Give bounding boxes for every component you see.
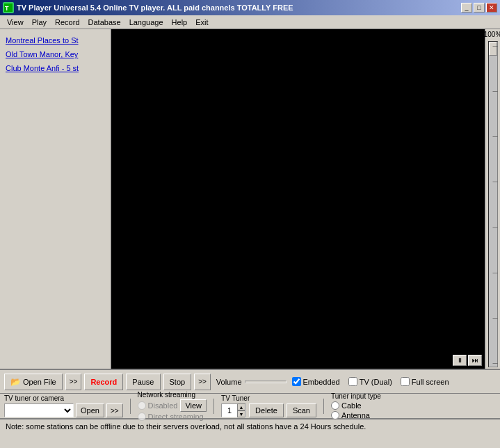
menu-exit[interactable]: Exit <box>191 17 212 28</box>
open-file-button[interactable]: 📂 Open File <box>4 374 63 390</box>
antenna-option[interactable]: Antenna <box>331 411 381 419</box>
tv-tuner-label: TV Tuner <box>221 394 316 402</box>
direct-streaming-option[interactable]: Direct streaming <box>138 413 204 421</box>
fullscreen-label: Full screen <box>412 378 449 386</box>
volume-slider[interactable]: — — — — — — — — <box>488 41 498 367</box>
menu-bar: View Play Record Database Language Help … <box>0 15 500 29</box>
video-screen: ⏸ ⏭ <box>111 29 485 369</box>
disabled-option[interactable]: Disabled <box>138 401 178 410</box>
embedded-checkbox[interactable] <box>292 377 301 386</box>
channel-item-2[interactable]: Old Town Manor, Key <box>3 49 108 60</box>
volume-slider-bar[interactable] <box>245 381 287 383</box>
folder-icon: 📂 <box>10 377 21 387</box>
volume-panel: 100% — — — — — — — — <box>485 29 500 369</box>
record-button[interactable]: Record <box>84 374 123 390</box>
embedded-option[interactable]: Embedded <box>292 377 340 386</box>
device-bar: TV tuner or camera Open >> Network strea… <box>0 394 500 419</box>
streaming-section: Network streaming Disabled View Direct s… <box>138 391 207 421</box>
channel-item-1[interactable]: Montreal Places to St <box>3 35 108 46</box>
app-icon: T <box>3 2 14 13</box>
status-bar: Note: some stations can be offline due t… <box>0 419 500 433</box>
menu-record[interactable]: Record <box>51 17 83 28</box>
menu-language[interactable]: Language <box>125 17 168 28</box>
embedded-label: Embedded <box>303 378 340 386</box>
stop-button[interactable]: Stop <box>163 374 192 390</box>
direct-streaming-radio <box>138 413 146 421</box>
status-text: Note: some stations can be offline due t… <box>6 422 366 431</box>
disabled-radio <box>138 401 146 410</box>
svg-text:T: T <box>5 5 9 12</box>
open-file-label: Open File <box>23 378 56 386</box>
fullscreen-checkbox[interactable] <box>401 377 410 386</box>
tuner-select[interactable] <box>4 403 74 417</box>
tv-tuner-section: TV Tuner 1 ▲ ▼ Delete Scan <box>221 394 316 417</box>
cable-radio[interactable] <box>331 401 339 410</box>
tuner-input-label: Tuner input type <box>331 392 381 400</box>
fullscreen-option[interactable]: Full screen <box>401 377 449 386</box>
channel-list: Montreal Places to St Old Town Manor, Ke… <box>0 29 111 369</box>
tuner-section: TV tuner or camera Open >> <box>4 394 123 417</box>
channel-value: 1 <box>222 406 237 415</box>
tuner-label: TV tuner or camera <box>4 394 123 402</box>
divider-3 <box>323 399 324 414</box>
channel-spinner[interactable]: 1 ▲ ▼ <box>221 403 246 417</box>
spinner-buttons: ▲ ▼ <box>237 403 245 417</box>
spinner-up[interactable]: ▲ <box>237 403 245 410</box>
title-bar: T TV Player Universal 5.4 Online TV play… <box>0 0 500 15</box>
vcr-pause-button[interactable]: ⏸ <box>453 355 467 366</box>
antenna-label: Antenna <box>341 411 370 419</box>
window-controls: _ □ ✕ <box>461 3 497 13</box>
direct-streaming-label: Direct streaming <box>148 413 204 421</box>
menu-view[interactable]: View <box>3 17 28 28</box>
transport-bar: 📂 Open File >> Record Pause Stop >> Volu… <box>0 369 500 394</box>
tuner-input-options: Cable Antenna <box>331 401 381 419</box>
scan-button[interactable]: Scan <box>287 403 316 417</box>
vcr-skip-button[interactable]: ⏭ <box>468 355 482 366</box>
volume-label-text: Volume <box>216 378 242 386</box>
network-label: Network streaming <box>138 391 195 399</box>
menu-help[interactable]: Help <box>168 17 192 28</box>
menu-database[interactable]: Database <box>84 17 125 28</box>
view-button[interactable]: View <box>180 399 207 412</box>
maximize-button[interactable]: □ <box>474 3 485 13</box>
tv-dual-option[interactable]: TV (Dual) <box>348 377 392 386</box>
pause-button[interactable]: Pause <box>126 374 160 390</box>
skip-back-button[interactable]: >> <box>65 374 82 390</box>
display-options: Embedded TV (Dual) Full screen <box>292 377 449 386</box>
open-button[interactable]: Open <box>76 403 104 417</box>
close-button[interactable]: ✕ <box>486 3 497 13</box>
divider-1 <box>130 399 131 414</box>
volume-percentage: 100% <box>484 31 500 38</box>
tv-dual-checkbox[interactable] <box>348 377 357 386</box>
skip-fwd-button[interactable]: >> <box>194 374 211 390</box>
spinner-down[interactable]: ▼ <box>237 410 245 417</box>
disabled-label: Disabled <box>148 401 178 410</box>
antenna-radio[interactable] <box>331 411 339 419</box>
volume-control: Volume <box>216 378 287 386</box>
tuner-input-section: Tuner input type Cable Antenna <box>331 392 381 419</box>
skip-button[interactable]: >> <box>106 403 123 417</box>
delete-button[interactable]: Delete <box>249 403 284 417</box>
main-area: Montreal Places to St Old Town Manor, Ke… <box>0 29 500 369</box>
channel-item-3[interactable]: Club Monte Anfi - 5 st <box>3 63 108 74</box>
menu-play[interactable]: Play <box>28 17 51 28</box>
tv-dual-label: TV (Dual) <box>360 378 392 386</box>
app-title: TV Player Universal 5.4 Online TV player… <box>17 3 461 12</box>
video-output <box>111 29 485 369</box>
vcr-controls: ⏸ ⏭ <box>453 355 482 366</box>
cable-option[interactable]: Cable <box>331 401 381 410</box>
cable-label: Cable <box>341 401 362 410</box>
minimize-button[interactable]: _ <box>461 3 472 13</box>
divider-2 <box>213 399 214 414</box>
